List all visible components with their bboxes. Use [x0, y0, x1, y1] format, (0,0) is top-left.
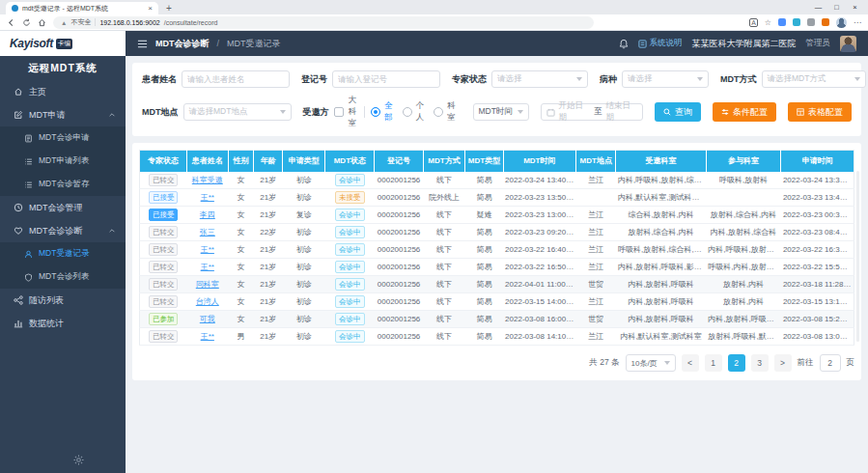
- invitee-radio[interactable]: [434, 107, 443, 117]
- big-dept-checkbox-label[interactable]: 大科室: [349, 95, 357, 129]
- sidebar-subitem[interactable]: MDT申请列表: [0, 150, 126, 173]
- next-page-button[interactable]: >: [774, 354, 792, 372]
- patient-name-link[interactable]: 可我: [200, 315, 215, 323]
- table-row[interactable]: 已转交台湾人女21岁初诊会诊中0002001256线下简易2022-03-15 …: [140, 293, 854, 311]
- table-row[interactable]: 已转交科室受邀女21岁初诊会诊中0002001256线下简易2022-03-24…: [140, 172, 854, 189]
- sidebar-item[interactable]: MDT申请: [0, 103, 126, 126]
- url-field[interactable]: ▲ 不安全 192.168.0.156:9002 /consultate/rec…: [53, 16, 594, 29]
- column-header[interactable]: MDT状态: [325, 151, 375, 172]
- user-icon: [24, 250, 33, 259]
- window-maximize-button[interactable]: □: [827, 3, 846, 12]
- sidebar-subitem[interactable]: MDT会诊暂存: [0, 173, 126, 196]
- browser-profile-avatar[interactable]: [836, 17, 847, 28]
- table-row[interactable]: 已接受王**女21岁初诊未接受0002001256院外线上简易2022-03-2…: [140, 189, 854, 207]
- big-dept-checkbox[interactable]: [334, 107, 344, 117]
- time-field-select[interactable]: MDT时间: [473, 103, 529, 121]
- column-header[interactable]: 受邀科室: [616, 151, 706, 172]
- disease-select[interactable]: 请选择: [622, 70, 709, 88]
- table-row[interactable]: 已参加可我女21岁初诊会诊中0002001256线下简易2022-03-08 1…: [140, 311, 854, 328]
- column-header[interactable]: 年龄: [254, 151, 283, 172]
- system-help-link[interactable]: 系统说明: [638, 38, 683, 49]
- page-number-button[interactable]: 2: [728, 354, 745, 372]
- patient-name-link[interactable]: 王**: [201, 263, 214, 271]
- extension-icon[interactable]: [778, 18, 786, 26]
- patient-name-link[interactable]: 台湾人: [196, 297, 219, 306]
- column-header[interactable]: 申请时间: [781, 151, 854, 172]
- sidebar-item[interactable]: MDT会诊诊断: [0, 219, 126, 242]
- column-header[interactable]: 专家状态: [140, 151, 187, 172]
- home-icon[interactable]: [38, 18, 46, 27]
- extension-icon[interactable]: [807, 18, 815, 26]
- favorite-icon[interactable]: ☆: [765, 18, 771, 27]
- prev-page-button[interactable]: <: [682, 354, 699, 372]
- window-close-button[interactable]: ×: [846, 3, 864, 12]
- tab-close-icon[interactable]: ×: [148, 4, 153, 13]
- sidebar-item[interactable]: MDT会诊管理: [0, 196, 126, 219]
- settings-gear-icon[interactable]: [73, 455, 84, 465]
- page-number-button[interactable]: 3: [751, 354, 769, 372]
- table-row[interactable]: 已转交同科室女21岁初诊会诊中0002001256线下简易2022-04-01 …: [140, 276, 854, 293]
- reg-no-input[interactable]: [332, 70, 440, 88]
- notification-bell-icon[interactable]: [619, 39, 629, 49]
- sidebar-item[interactable]: 数据统计: [0, 312, 126, 335]
- column-header[interactable]: MDT地点: [576, 151, 616, 172]
- refresh-icon[interactable]: [22, 18, 31, 27]
- patient-name-link[interactable]: 王**: [201, 332, 214, 341]
- table-row[interactable]: 已接受李四女21岁复诊会诊中0002001256线下疑难2022-03-23 1…: [140, 207, 854, 224]
- goto-page-input[interactable]: [820, 354, 841, 372]
- sidebar-subitem[interactable]: MDT会诊列表: [0, 265, 126, 289]
- browser-menu-icon[interactable]: ⋯: [854, 18, 861, 27]
- window-minimize-button[interactable]: —: [809, 3, 827, 12]
- table-row[interactable]: 已转交王**女21岁初诊会诊中0002001256线下简易2022-03-22 …: [140, 259, 854, 276]
- column-header[interactable]: MDT方式: [423, 151, 465, 172]
- page-size-select[interactable]: 10条/页: [626, 354, 676, 372]
- column-header[interactable]: MDT类型: [465, 151, 503, 172]
- expert-status-select[interactable]: 请选择: [491, 70, 588, 88]
- page-number-button[interactable]: 1: [705, 354, 722, 372]
- gender-cell: 女: [228, 172, 254, 189]
- column-header[interactable]: 患者姓名: [186, 151, 228, 172]
- sidebar-subitem[interactable]: MDT受邀记录: [0, 242, 126, 265]
- patient-name-link[interactable]: 李四: [200, 210, 215, 219]
- patient-name-link[interactable]: 王**: [201, 193, 214, 202]
- home-icon: [14, 87, 23, 97]
- invitee-radio[interactable]: [371, 107, 380, 117]
- mdt-place-select[interactable]: 请选择MDT地点: [183, 103, 292, 121]
- column-header[interactable]: 申请类型: [282, 151, 324, 172]
- read-aloud-icon[interactable]: A: [749, 18, 758, 27]
- new-tab-button[interactable]: +: [166, 2, 172, 14]
- invitee-radio-label[interactable]: 科室: [447, 100, 456, 124]
- invitee-radio-label[interactable]: 全部: [384, 100, 393, 124]
- breadcrumb-parent[interactable]: MDT会诊诊断: [155, 38, 210, 50]
- column-header[interactable]: 性别: [228, 151, 254, 172]
- patient-name-input[interactable]: [182, 70, 290, 88]
- table-scrollbar[interactable]: [856, 171, 859, 342]
- patient-name-link[interactable]: 科室受邀: [192, 176, 223, 184]
- mdt-mode-select[interactable]: 请选择MDT方式: [762, 70, 866, 88]
- sidebar-item[interactable]: 主页: [0, 80, 126, 103]
- apply-time-cell: 2022-03-23 13:41:45: [781, 189, 854, 207]
- patient-name-link[interactable]: 同科室: [196, 280, 219, 289]
- invitee-radio[interactable]: [403, 107, 412, 117]
- date-range-picker[interactable]: 开始日期 至 结束日期: [541, 103, 644, 121]
- user-avatar[interactable]: [840, 36, 856, 52]
- extension-icon[interactable]: [793, 18, 800, 26]
- menu-fold-icon[interactable]: [137, 39, 148, 49]
- sidebar-item[interactable]: 随访列表: [0, 289, 126, 312]
- column-header[interactable]: 登记号: [375, 151, 423, 172]
- table-row[interactable]: 已转交王**女21岁初诊会诊中0002001256线下简易2022-03-22 …: [140, 241, 854, 259]
- patient-name-link[interactable]: 王**: [201, 245, 214, 254]
- table-row[interactable]: 已转交王**男21岁初诊会诊中0002001256线下简易2022-03-08 …: [140, 328, 854, 346]
- browser-tab[interactable]: mdt受邀记录 - 远程MDT系统 ×: [6, 2, 158, 14]
- search-button[interactable]: 查询: [655, 102, 701, 122]
- table-config-button[interactable]: 表格配置: [788, 102, 852, 122]
- invitee-radio-label[interactable]: 个人: [416, 100, 425, 124]
- extension-icon[interactable]: [822, 18, 829, 26]
- column-header[interactable]: 参与科室: [706, 151, 781, 172]
- condition-config-button[interactable]: 条件配置: [713, 102, 776, 122]
- table-row[interactable]: 已转交张三女22岁初诊会诊中0002001256线下简易2022-03-23 0…: [140, 224, 854, 241]
- column-header[interactable]: MDT时间: [503, 151, 575, 172]
- back-icon[interactable]: [7, 18, 15, 27]
- sidebar-subitem[interactable]: MDT会诊申请: [0, 126, 126, 150]
- patient-name-link[interactable]: 张三: [200, 228, 215, 236]
